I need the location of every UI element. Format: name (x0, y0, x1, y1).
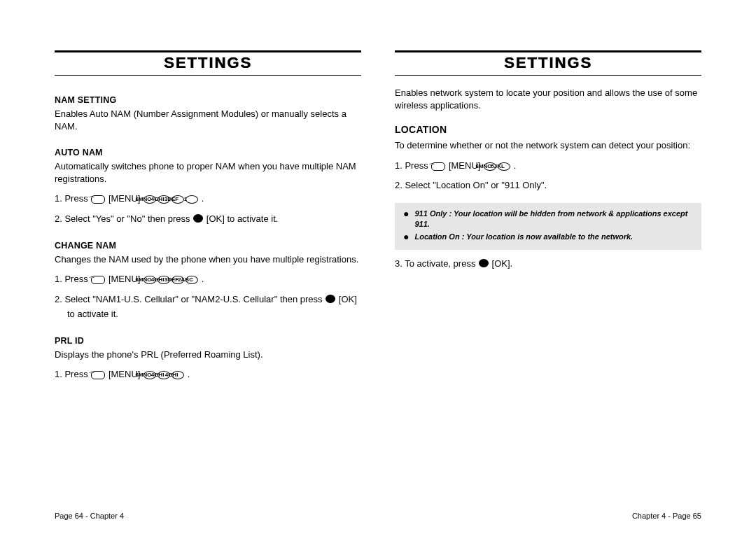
bullet-icon: ● (403, 209, 409, 218)
note-item: ● Location On : Your location is now ava… (403, 232, 693, 242)
body-text: To determine whether or not the network … (395, 139, 701, 152)
softkey-icon: ⌒ (91, 276, 105, 284)
step-item: 1. Press ⌒ [MENU] 6MNO4GHI3DEF2ABC . (55, 272, 361, 287)
page-title: SETTINGS (395, 50, 701, 76)
heading-change-nam: CHANGE NAM (55, 241, 361, 251)
note-text: 911 Only : Your location will be hidden … (414, 209, 693, 230)
step-text: 1. Press (55, 193, 90, 204)
step-text: [OK]. (489, 258, 512, 269)
ok-key-icon (326, 295, 335, 303)
step-text: 1. Press (395, 160, 430, 171)
softkey-icon: ⌒ (91, 195, 105, 204)
step-item: 1. Press ⌒ [MENU] 6MNO4GHI4GHI . (55, 367, 361, 382)
right-page: SETTINGS Enables network system to locat… (395, 50, 701, 520)
step-item: 2. Select "Location On" or "911 Only". (395, 178, 701, 193)
bullet-icon: ● (403, 232, 409, 241)
key-icon: 3DEF (172, 195, 184, 204)
step-item: 1. Press ⌒ [MENU] 6MNO5JKL . (395, 159, 701, 174)
step-text: 1. Press (55, 274, 90, 284)
key-icon: 5JKL (498, 162, 510, 171)
ok-key-icon (479, 259, 489, 267)
page-footer: Chapter 4 - Page 65 (395, 498, 701, 520)
body-text: Displays the phone's PRL (Preferred Roam… (55, 349, 361, 361)
ok-key-icon (193, 214, 203, 223)
step-item: 2. Select "NAM1-U.S. Cellular" or "NAM2-… (55, 293, 361, 322)
heading-nam-setting: NAM SETTING (55, 95, 361, 105)
softkey-icon: ⌒ (431, 162, 445, 171)
body-text: Enables network system to locate your po… (395, 87, 701, 111)
step-text: 1. Press (55, 369, 90, 379)
body-text: Enables Auto NAM (Number Assignment Modu… (55, 108, 361, 132)
step-text: . (185, 369, 190, 379)
step-text: 3. To activate, press (395, 258, 478, 269)
page-spread: SETTINGS NAM SETTING Enables Auto NAM (N… (0, 0, 756, 534)
key-icon: 4GHI (172, 371, 184, 379)
body-text: Changes the NAM used by the phone when y… (55, 253, 361, 266)
softkey-icon: ⌒ (91, 371, 105, 379)
step-text: . (199, 193, 204, 204)
heading-location: LOCATION (395, 124, 701, 135)
step-text: 2. Select "Yes" or "No" then press (55, 213, 192, 224)
step-text: . (199, 274, 204, 284)
heading-prl-id: PRL ID (55, 336, 361, 346)
step-item: 3. To activate, press [OK]. (395, 257, 701, 272)
note-item: ● 911 Only : Your location will be hidde… (403, 209, 693, 230)
step-text: [OK] to activate it. (204, 213, 278, 224)
step-item: 1. Press ⌒ [MENU] 6MNO4GHI3DEF1 . (55, 192, 361, 206)
key-icon: 1 (186, 195, 198, 204)
page-title: SETTINGS (55, 50, 361, 76)
key-icon: 2ABC (186, 276, 198, 284)
note-box: ● 911 Only : Your location will be hidde… (395, 203, 701, 250)
heading-auto-nam: AUTO NAM (55, 148, 361, 157)
page-footer: Page 64 - Chapter 4 (55, 498, 361, 520)
left-page: SETTINGS NAM SETTING Enables Auto NAM (N… (55, 50, 361, 520)
step-text: 2. Select "NAM1-U.S. Cellular" or "NAM2-… (55, 294, 325, 304)
note-text: Location On : Your location is now avail… (414, 232, 633, 242)
step-text: . (511, 160, 516, 171)
body-text: Automatically switches phone to proper N… (55, 160, 361, 185)
step-item: 2. Select "Yes" or "No" then press [OK] … (55, 212, 361, 227)
